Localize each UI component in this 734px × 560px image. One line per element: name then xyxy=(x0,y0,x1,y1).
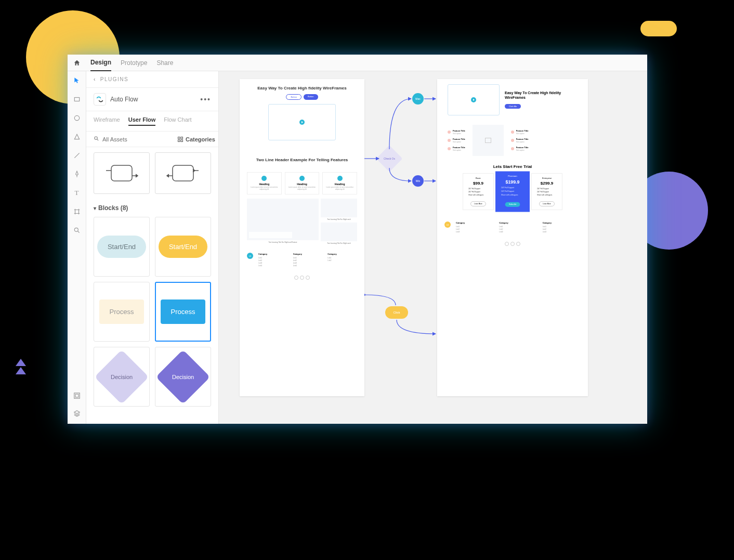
win-node[interactable]: Win xyxy=(412,175,424,187)
ellipse-tool[interactable] xyxy=(72,113,82,123)
rectangle-tool[interactable] xyxy=(72,94,82,105)
home-icon[interactable] xyxy=(73,59,81,67)
svg-rect-0 xyxy=(74,98,79,101)
categories-label: Categories xyxy=(186,136,215,142)
template-flow-right[interactable] xyxy=(94,152,150,194)
back-icon[interactable]: ‹ xyxy=(94,76,96,82)
hero-video xyxy=(268,104,336,140)
svg-rect-10 xyxy=(111,165,132,181)
plugin-logo-icon xyxy=(94,93,106,106)
block-decision-purple[interactable]: Decision xyxy=(155,347,211,407)
tab-flow-chart[interactable]: Flow Chart xyxy=(164,116,191,126)
features-title: Two Line Header Example For Telling Feat… xyxy=(250,157,354,163)
pen-tool[interactable] xyxy=(72,169,82,179)
social-icons xyxy=(437,242,588,246)
footer: UI CategoryLink1Link2Link3Link4 Category… xyxy=(240,249,364,271)
artboard-tool[interactable] xyxy=(72,206,82,217)
tab-wireframe[interactable]: Wireframe xyxy=(94,116,120,126)
feature-card: HeadingLorem ipsum dolor sit amet consec… xyxy=(247,172,282,194)
hero-btn-fill: Button xyxy=(304,94,318,100)
block-process-cream[interactable]: Process xyxy=(94,282,150,342)
block-process-blue[interactable]: Process xyxy=(155,282,211,342)
price-card-basic: Basic $99.9 24/7 Full Support 24/7 Full … xyxy=(463,173,494,210)
tab-user-flow[interactable]: User Flow xyxy=(128,116,156,126)
search-input[interactable] xyxy=(102,136,174,142)
plugin-name: Auto Flow xyxy=(110,96,196,103)
footer: UI CategoryLink1Link2Link3 CategoryLink1… xyxy=(437,217,588,238)
triangle-tool[interactable] xyxy=(72,132,82,142)
zoom-tool[interactable] xyxy=(72,225,82,236)
svg-point-1 xyxy=(74,115,79,120)
text-tool[interactable]: T xyxy=(72,188,82,198)
svg-rect-4 xyxy=(75,394,78,397)
hero-title: Easy Way To Create High fidelity WireFra… xyxy=(250,85,354,91)
feature-card: HeadingLorem ipsum dolor sit amet consec… xyxy=(322,172,357,194)
block-decision-light[interactable]: Decision xyxy=(94,347,150,407)
hero-button: Click Me xyxy=(505,104,521,109)
categories-button[interactable]: Categories xyxy=(177,136,215,142)
more-icon[interactable]: ••• xyxy=(200,95,211,103)
gallery-main xyxy=(247,199,319,240)
svg-rect-11 xyxy=(173,165,193,181)
svg-point-2 xyxy=(74,228,78,231)
layers-icon[interactable] xyxy=(72,408,82,419)
toolbar: T xyxy=(68,71,86,424)
block-start-end-light[interactable]: Start/End xyxy=(94,217,150,277)
svg-rect-3 xyxy=(74,393,80,399)
social-icons xyxy=(240,276,364,280)
svg-point-5 xyxy=(95,137,98,140)
click-node[interactable]: Click xyxy=(385,306,408,319)
hero-btn-outline: Button xyxy=(286,94,302,100)
block-start-end-yellow[interactable]: Start/End xyxy=(155,217,211,277)
svg-rect-6 xyxy=(178,137,180,139)
feature-card: HeadingLorem ipsum dolor sit amet consec… xyxy=(285,172,320,194)
feature-image xyxy=(473,125,504,156)
gallery-caption: Test Learning Title For Slight and Featu… xyxy=(247,241,319,243)
price-card-premium: Premium $199.9 24/7 Full Support 24/7 Fu… xyxy=(495,171,530,212)
svg-rect-9 xyxy=(181,140,183,142)
check-os-node[interactable]: Check Os xyxy=(376,146,403,172)
price-card-enterprise: Enterprise $299.9 24/7 Full Support 24/7… xyxy=(531,173,562,210)
line-tool[interactable] xyxy=(72,150,82,161)
app-window: Design Prototype Share T ‹ PLUGINS xyxy=(68,55,647,424)
canvas[interactable]: Download Directly Check Os Mac Win Click… xyxy=(219,71,647,424)
tab-prototype[interactable]: Prototype xyxy=(121,55,147,71)
gallery-item xyxy=(321,199,357,217)
blocks-section-label[interactable]: ▾ Blocks (8) xyxy=(86,199,218,217)
mac-node[interactable]: Mac xyxy=(412,93,424,105)
assets-icon[interactable] xyxy=(72,390,82,401)
tab-design[interactable]: Design xyxy=(90,55,111,71)
svg-rect-7 xyxy=(181,137,183,139)
decoration-pill-yellow xyxy=(640,21,677,36)
search-icon xyxy=(94,136,99,142)
select-tool[interactable] xyxy=(72,75,82,86)
tab-share[interactable]: Share xyxy=(156,55,173,71)
hero-title: Easy Way To Create High fidelity WireFra… xyxy=(505,90,578,100)
artboard-right[interactable]: Easy Way To Create High fidelity WireFra… xyxy=(437,79,588,396)
svg-rect-8 xyxy=(178,140,180,142)
gallery-item xyxy=(321,223,357,241)
menubar: Design Prototype Share xyxy=(68,55,647,71)
panel-header-label: PLUGINS xyxy=(100,76,128,82)
template-flow-left[interactable] xyxy=(155,152,211,194)
artboard-left[interactable]: Easy Way To Create High fidelity WireFra… xyxy=(240,79,364,396)
hero-video xyxy=(448,84,500,115)
plugin-panel: ‹ PLUGINS Auto Flow ••• Wireframe User F… xyxy=(86,71,219,424)
